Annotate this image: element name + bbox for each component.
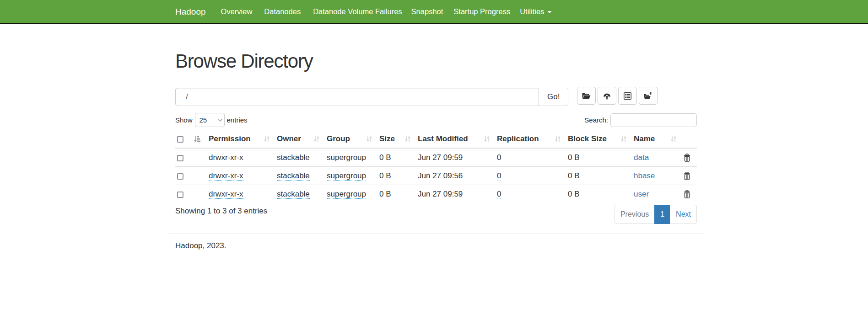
group-value[interactable]: supergroup (327, 171, 366, 181)
list-alt-icon (624, 92, 631, 100)
select-all-checkbox[interactable] (177, 136, 183, 143)
last-modified-value: Jun 27 09:59 (418, 190, 463, 198)
nav-item-datanode-volume-failures[interactable]: Datanode Volume Failures (308, 0, 407, 23)
group-value[interactable]: supergroup (327, 190, 366, 199)
footer-text: Hadoop, 2023. (175, 241, 697, 250)
pagination-page-1[interactable]: 1 (654, 205, 670, 224)
nav-item-snapshot[interactable]: Snapshot (406, 0, 448, 23)
row-checkbox[interactable] (177, 173, 183, 180)
navbar: Hadoop Overview Datanodes Datanode Volum… (0, 0, 868, 24)
directory-table: Permission Owner Group Size Last Modifie… (175, 130, 697, 203)
header-owner[interactable]: Owner (272, 130, 322, 148)
directory-path-input[interactable] (175, 88, 539, 106)
size-value: 0 B (379, 153, 391, 162)
block-size-value: 0 B (568, 171, 580, 180)
sort-both-icon (484, 135, 490, 143)
header-actions (679, 130, 697, 148)
replication-value[interactable]: 0 (497, 171, 501, 181)
table-header-row: Permission Owner Group Size Last Modifie… (175, 130, 697, 148)
nav-item-overview[interactable]: Overview (216, 0, 258, 23)
trash-icon[interactable] (684, 172, 690, 180)
navbar-menu: Overview Datanodes Datanode Volume Failu… (216, 0, 557, 23)
size-value: 0 B (379, 171, 391, 180)
permission-value[interactable]: drwxr-xr-x (209, 190, 243, 199)
caret-down-icon (547, 11, 552, 13)
sort-both-icon (620, 135, 627, 143)
search-input[interactable] (610, 113, 697, 127)
owner-value[interactable]: stackable (277, 171, 310, 181)
header-replication[interactable]: Replication (492, 130, 563, 148)
header-permission[interactable]: Permission (204, 130, 272, 148)
pagination-next[interactable]: Next (670, 205, 697, 224)
nav-item-startup-progress[interactable]: Startup Progress (448, 0, 515, 23)
header-last-modified[interactable]: Last Modified (413, 130, 492, 148)
nav-item-utilities[interactable]: Utilities (515, 0, 557, 23)
name-link[interactable]: user (634, 190, 649, 198)
owner-value[interactable]: stackable (277, 153, 310, 162)
search-control: Search: (584, 113, 697, 127)
pagination-previous[interactable]: Previous (615, 205, 655, 224)
block-size-value: 0 B (568, 153, 580, 162)
size-value: 0 B (379, 190, 391, 198)
footer-divider (168, 233, 704, 234)
header-size[interactable]: Size (375, 130, 413, 148)
table-row: drwxr-xr-x stackable supergroup 0 B Jun … (175, 185, 697, 203)
explorer-actions (577, 87, 659, 105)
upload-file-button[interactable] (598, 87, 616, 105)
upload-icon (603, 92, 611, 100)
header-name[interactable]: Name (629, 130, 679, 148)
sort-asc-icon (194, 135, 200, 143)
sort-both-icon (313, 135, 320, 143)
page-title: Browse Directory (175, 51, 697, 72)
path-bar: Go! (175, 88, 697, 106)
name-link[interactable]: hbase (634, 171, 655, 180)
group-value[interactable]: supergroup (327, 153, 366, 162)
header-select-all[interactable] (175, 130, 204, 148)
pagination: Previous 1 Next (615, 205, 697, 224)
trash-icon[interactable] (684, 154, 690, 162)
table-row: drwxr-xr-x stackable supergroup 0 B Jun … (175, 148, 697, 167)
table-row: drwxr-xr-x stackable supergroup 0 B Jun … (175, 167, 697, 185)
sort-both-icon (404, 135, 411, 143)
go-button[interactable]: Go! (539, 88, 568, 106)
sort-both-icon (264, 135, 270, 143)
sort-both-icon (555, 135, 561, 143)
owner-value[interactable]: stackable (277, 190, 310, 199)
name-link[interactable]: data (634, 153, 649, 162)
replication-value[interactable]: 0 (497, 190, 501, 199)
page-size-control: Show 25 entries (175, 113, 248, 127)
permission-value[interactable]: drwxr-xr-x (209, 153, 243, 162)
nav-item-datanodes[interactable]: Datanodes (259, 0, 306, 23)
table-info: Showing 1 to 3 of 3 entries (175, 207, 267, 216)
create-directory-button[interactable] (639, 87, 658, 105)
page-size-select[interactable]: 25 (195, 113, 225, 127)
set-permission-button[interactable] (618, 87, 637, 105)
last-modified-value: Jun 27 09:59 (418, 153, 463, 162)
folder-new-icon (644, 92, 652, 100)
permission-value[interactable]: drwxr-xr-x (209, 171, 243, 181)
cut-paste-button[interactable] (577, 87, 596, 105)
sort-both-icon (670, 135, 677, 143)
replication-value[interactable]: 0 (497, 153, 501, 162)
block-size-value: 0 B (568, 190, 580, 198)
folder-open-icon (582, 92, 591, 99)
header-block-size[interactable]: Block Size (563, 130, 629, 148)
row-checkbox[interactable] (177, 192, 183, 198)
table-controls: Show 25 entries Search: (175, 113, 697, 127)
last-modified-value: Jun 27 09:56 (418, 171, 463, 180)
sort-both-icon (366, 135, 372, 143)
trash-icon[interactable] (684, 190, 690, 198)
navbar-brand[interactable]: Hadoop (175, 0, 206, 23)
header-group[interactable]: Group (322, 130, 375, 148)
row-checkbox[interactable] (177, 155, 183, 161)
